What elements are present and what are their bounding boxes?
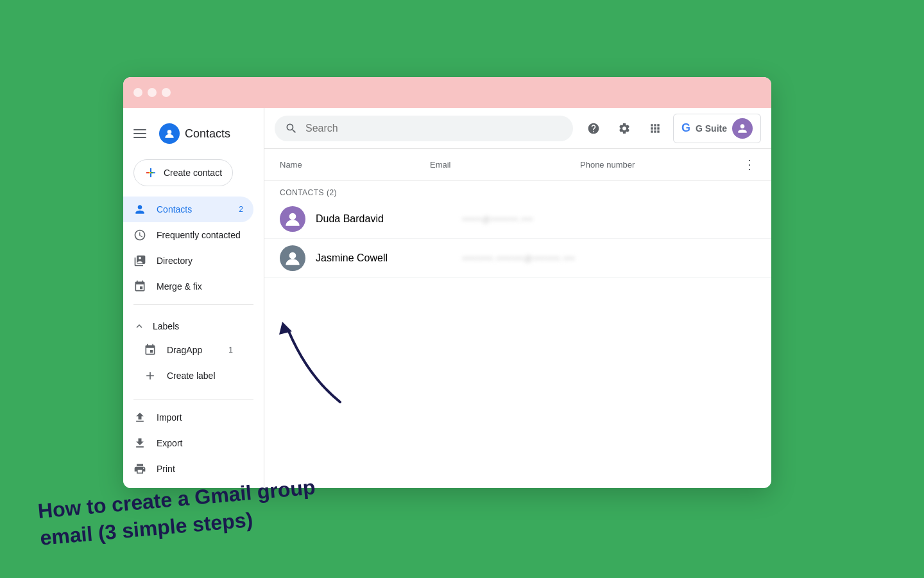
contact-name-1: Duda Bardavid [316, 213, 463, 225]
sidebar-item-dragapp[interactable]: DragApp 1 [133, 337, 243, 363]
sidebar-divider-1 [133, 304, 253, 305]
export-label: Export [157, 438, 182, 448]
svg-point-0 [167, 130, 172, 134]
help-button[interactable] [581, 116, 606, 141]
gsuite-badge[interactable]: G G Suite [673, 114, 761, 143]
settings-button[interactable] [612, 116, 637, 141]
labels-section: Labels DragApp 1 Create label [123, 310, 264, 394]
dragapp-badge: 1 [228, 346, 233, 355]
sidebar-item-import[interactable]: Import [123, 405, 253, 430]
gsuite-label: G Suite [696, 123, 727, 134]
contact-email-1: •••••@•••••••.••• [463, 215, 610, 224]
browser-content: Contacts Create contact Contacts 2 [123, 108, 771, 488]
merge-fix-label: Merge & fix [157, 281, 202, 292]
traffic-light-red [133, 88, 142, 97]
col-header-name: Name [280, 160, 430, 170]
app-name-label: Contacts [185, 127, 230, 141]
settings-icon [618, 122, 631, 135]
directory-label: Directory [157, 256, 193, 266]
create-contact-label: Create contact [164, 168, 222, 178]
topbar-actions: G G Suite [581, 114, 761, 143]
labels-title: Labels [153, 321, 179, 331]
create-contact-button[interactable]: Create contact [133, 159, 233, 186]
app-logo: Contacts [159, 123, 230, 144]
print-label: Print [157, 464, 175, 474]
sidebar: Contacts Create contact Contacts 2 [123, 108, 264, 488]
svg-point-1 [289, 213, 296, 220]
sidebar-item-export[interactable]: Export [123, 430, 253, 456]
create-label-item[interactable]: Create label [133, 363, 243, 389]
user-avatar [732, 118, 753, 139]
contact-name-2: Jasmine Cowell [316, 252, 463, 264]
traffic-light-green [162, 88, 171, 97]
col-header-email: Email [430, 160, 580, 170]
search-icon [285, 122, 298, 135]
table-row[interactable]: Duda Bardavid •••••@•••••••.••• [264, 200, 771, 239]
arrow-annotation [244, 280, 372, 411]
col-header-phone: Phone number [580, 160, 730, 170]
table-header: Name Email Phone number ⋮ [264, 149, 771, 180]
sidebar-divider-2 [133, 399, 253, 399]
sidebar-item-print[interactable]: Print [123, 456, 253, 482]
contacts-section-label: CONTACTS (2) [264, 180, 771, 200]
frequently-contacted-label: Frequently contacted [157, 230, 241, 240]
create-label-text: Create label [167, 371, 216, 381]
hamburger-menu-button[interactable] [133, 126, 149, 141]
apps-icon [649, 122, 662, 135]
table-row[interactable]: Jasmine Cowell ••••••••.•••••••@•••••••.… [264, 239, 771, 278]
plus-icon [144, 166, 157, 179]
sidebar-item-directory[interactable]: Directory [123, 248, 253, 274]
search-input[interactable] [305, 123, 563, 134]
sidebar-item-contacts[interactable]: Contacts 2 [123, 197, 253, 222]
contacts-nav-label: Contacts [157, 204, 192, 215]
more-vert-icon[interactable]: ⋮ [743, 157, 756, 172]
sidebar-item-merge-fix[interactable]: Merge & fix [123, 274, 253, 299]
traffic-light-yellow [148, 88, 157, 97]
contact-avatar-2 [280, 245, 305, 271]
apps-button[interactable] [642, 116, 668, 141]
contacts-badge: 2 [239, 205, 243, 214]
annotation-text: How to create a Gmail group email (3 sim… [37, 474, 318, 552]
browser-titlebar [123, 77, 771, 108]
sidebar-item-frequently-contacted[interactable]: Frequently contacted [123, 222, 253, 248]
search-bar[interactable] [275, 116, 573, 141]
contact-email-2: ••••••••.•••••••@•••••••.••• [463, 254, 610, 263]
contacts-logo-icon [159, 123, 180, 144]
gsuite-g-letter: G [681, 121, 690, 135]
import-label: Import [157, 412, 182, 423]
sidebar-header: Contacts [123, 118, 264, 149]
dragapp-label: DragApp [167, 345, 202, 355]
help-icon [587, 122, 600, 135]
labels-header[interactable]: Labels [133, 315, 253, 337]
contact-avatar-1 [280, 206, 305, 232]
topbar: G G Suite [264, 108, 771, 149]
browser-window: Contacts Create contact Contacts 2 [123, 77, 771, 488]
svg-point-2 [289, 252, 296, 259]
